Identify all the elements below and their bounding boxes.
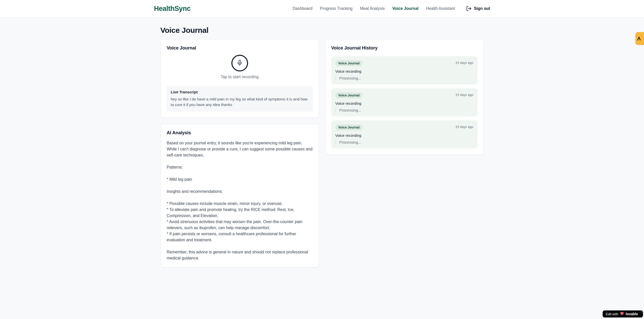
nav-item-voice-journal[interactable]: Voice Journal [392, 6, 419, 11]
log-out-icon [466, 6, 472, 11]
page-content: Voice Journal Voice Journal [160, 17, 484, 268]
entry-status: Processing... [335, 108, 473, 112]
top-nav-bar: HealthSync Dashboard Progress Tracking M… [0, 0, 644, 17]
entry-timestamp: 15 days ago [455, 60, 473, 65]
app-logo[interactable]: HealthSync [154, 5, 191, 13]
lovable-heart-icon [620, 312, 624, 316]
entry-timestamp: 15 days ago [455, 92, 473, 97]
lovable-logo-icon: Λ [637, 36, 641, 41]
ai-analysis-card: AI Analysis Based on your journal entry,… [160, 124, 319, 268]
voice-journal-history-card: Voice Journal History Voice Journal 15 d… [325, 39, 484, 155]
nav-item-health-assistant[interactable]: Health Assistant [426, 6, 455, 11]
sign-out-button[interactable]: Sign out [466, 6, 490, 11]
nav-item-progress-tracking[interactable]: Progress Tracking [320, 6, 353, 11]
tap-to-record-hint: Tap to start recording [221, 75, 258, 79]
nav-item-meal-analysis[interactable]: Meal Analysis [360, 6, 385, 11]
entry-title: Voice recording [335, 101, 473, 105]
entry-title: Voice recording [335, 69, 473, 73]
sign-out-label: Sign out [474, 6, 490, 11]
ai-analysis-body: Based on your journal entry, it sounds l… [167, 140, 313, 261]
lovable-wordmark: lovable [626, 312, 638, 316]
entry-status: Processing... [335, 76, 473, 80]
history-card-title: Voice Journal History [331, 45, 477, 51]
edit-with-lovable-badge[interactable]: Edit with lovable × [603, 310, 643, 317]
recorder-card-title: Voice Journal [167, 45, 313, 51]
left-column: Voice Journal Tap to start recording [160, 39, 319, 268]
ai-analysis-title: AI Analysis [167, 130, 313, 136]
main-nav: Dashboard Progress Tracking Meal Analysi… [293, 6, 490, 11]
edit-with-label: Edit with [606, 312, 618, 316]
microphone-icon [236, 60, 243, 67]
nav-item-dashboard[interactable]: Dashboard [293, 6, 312, 11]
entry-timestamp: 15 days ago [455, 124, 473, 129]
lovable-side-badge[interactable]: Λ [635, 32, 644, 45]
page-title: Voice Journal [160, 26, 484, 35]
entry-status: Processing... [335, 140, 473, 144]
history-entry[interactable]: Voice Journal 15 days ago Voice recordin… [331, 120, 477, 148]
live-transcript-title: Live Transcript [171, 90, 309, 94]
history-entry[interactable]: Voice Journal 15 days ago Voice recordin… [331, 88, 477, 116]
history-list: Voice Journal 15 days ago Voice recordin… [331, 56, 477, 148]
close-icon[interactable]: × [641, 310, 642, 313]
entry-type-badge: Voice Journal [335, 60, 363, 66]
record-button[interactable] [231, 55, 248, 71]
entry-title: Voice recording [335, 133, 473, 138]
live-transcript-text: hey so like I do have a mild pain in my … [171, 96, 309, 108]
voice-recorder-card: Voice Journal Tap to start recording [160, 39, 319, 118]
entry-type-badge: Voice Journal [335, 124, 363, 130]
history-entry[interactable]: Voice Journal 15 days ago Voice recordin… [331, 56, 477, 84]
entry-type-badge: Voice Journal [335, 92, 363, 98]
right-column: Voice Journal History Voice Journal 15 d… [325, 39, 484, 155]
live-transcript-box: Live Transcript hey so like I do have a … [167, 86, 313, 112]
